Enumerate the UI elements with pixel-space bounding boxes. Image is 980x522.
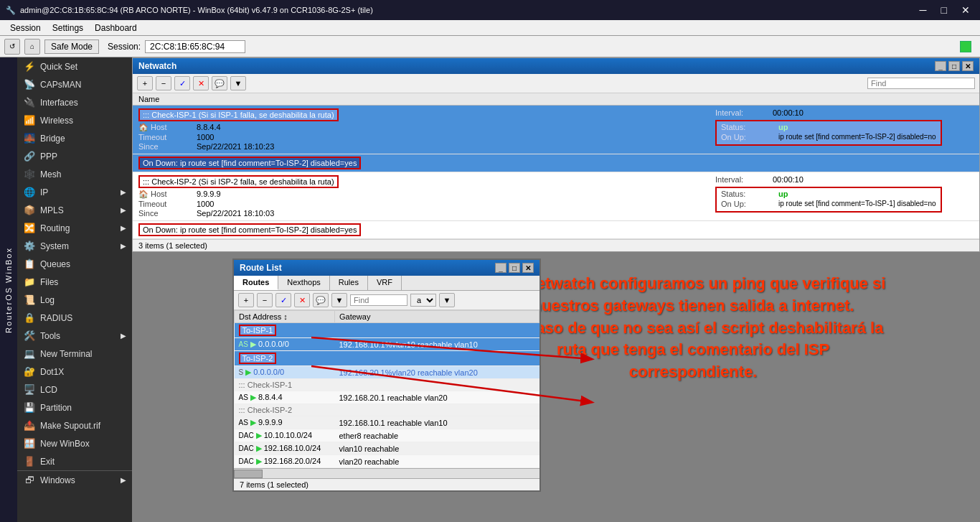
tab-routes[interactable]: Routes (234, 276, 278, 290)
sidebar-item-log[interactable]: 📜 Log (17, 291, 132, 309)
sidebar-item-mesh[interactable]: 🕸️ Mesh (17, 165, 132, 183)
newwinbox-icon: 🪟 (23, 438, 36, 449)
sidebar-item-routing[interactable]: 🔀 Routing ▶ (17, 219, 132, 237)
sidebar-item-radius[interactable]: 🔒 RADIUS (17, 309, 132, 327)
add-button[interactable]: + (137, 76, 153, 90)
entry1-right: Interval: 00:00:10 Status: up On Up: ip … (707, 106, 979, 154)
route-filter-button[interactable]: ▼ (331, 293, 347, 307)
disable-button[interactable]: ✕ (193, 76, 209, 90)
sidebar-item-queues[interactable]: 📋 Queues (17, 255, 132, 273)
route-hscroll[interactable] (234, 468, 540, 478)
tab-vrf[interactable]: VRF (368, 276, 402, 290)
sidebar-item-interfaces[interactable]: 🔌 Interfaces (17, 93, 132, 111)
refresh-button[interactable]: ↺ (4, 39, 20, 55)
netwatch-find[interactable] (867, 78, 975, 89)
route-row-dac1[interactable]: DAC ▶ 10.10.10.0/24 ether8 reachable (235, 429, 540, 442)
sidebar-item-makesupout[interactable]: 📤 Make Supout.rif (17, 416, 132, 434)
route-row-isp2-data[interactable]: S ▶ 0.0.0.0/0 192.168.20.1%vlan20 reacha… (235, 366, 540, 379)
netwatch-title: Netwatch (138, 61, 176, 71)
maximize-button[interactable]: □ (937, 3, 951, 17)
entry2-interval-row: Interval: 00:00:10 (715, 175, 971, 184)
netwatch-status: 3 items (1 selected) (133, 239, 979, 251)
entry2-since-row: Since Sep/22/2021 18:10:03 (138, 209, 701, 218)
route-comment-button[interactable]: 💬 (313, 293, 329, 307)
sidebar-item-system[interactable]: ⚙️ System ▶ (17, 237, 132, 255)
sidebar-label-newwinbox: New WinBox (40, 439, 90, 449)
route-row-isp1[interactable]: To-ISP-1 (235, 323, 540, 338)
sidebar-label-files: Files (40, 277, 58, 287)
menu-settings[interactable]: Settings (47, 22, 89, 34)
tab-nexthops[interactable]: Nexthops (278, 276, 329, 290)
sidebar-item-tools[interactable]: 🛠️ Tools ▶ (17, 327, 132, 345)
window-title: admin@2C:C8:1B:65:8C:94 (RB ARCO NORTE) … (20, 6, 373, 14)
sidebar-item-mpls[interactable]: 📦 MPLS ▶ (17, 201, 132, 219)
sidebar-item-partition[interactable]: 💾 Partition (17, 399, 132, 416)
route-row-check2-data[interactable]: AS ▶ 9.9.9.9 192.168.10.1 reachable vlan… (235, 416, 540, 429)
sidebar-item-exit[interactable]: 🚪 Exit (17, 452, 132, 470)
sidebar-item-ppp[interactable]: 🔗 PPP (17, 147, 132, 165)
routelist-maximize[interactable]: □ (509, 263, 520, 273)
session-label: Session: (108, 42, 141, 52)
entry2-timeout-row: Timeout 1000 (138, 200, 701, 208)
filter-button[interactable]: ▼ (230, 76, 246, 90)
tools-arrow: ▶ (121, 332, 126, 340)
routelist-minimize[interactable]: _ (495, 263, 507, 273)
minimize-button[interactable]: ─ (915, 3, 931, 17)
route-dropdown-button[interactable]: ▼ (439, 293, 455, 307)
route-row-isp1-data[interactable]: AS ▶ 0.0.0.0/0 192.168.10.1%vlan10 reach… (235, 338, 540, 351)
enable-button[interactable]: ✓ (174, 76, 190, 90)
comment-button[interactable]: 💬 (212, 76, 227, 90)
routelist-close[interactable]: ✕ (522, 263, 534, 273)
sidebar-item-quickset[interactable]: ⚡ Quick Set (17, 57, 132, 75)
route-row-dac2[interactable]: DAC ▶ 192.168.10.0/24 vlan10 reachable (235, 442, 540, 455)
sidebar-item-newterminal[interactable]: 💻 New Terminal (17, 345, 132, 363)
route-row-isp2[interactable]: To-ISP-2 (235, 351, 540, 366)
close-button[interactable]: ✕ (957, 3, 974, 17)
netwatch-close[interactable]: ✕ (962, 61, 974, 71)
netwatch-maximize[interactable]: □ (948, 61, 960, 71)
route-remove-button[interactable]: − (257, 293, 273, 307)
sidebar-item-windows[interactable]: 🗗 Windows ▶ (17, 471, 132, 489)
route-enable-button[interactable]: ✓ (275, 293, 291, 307)
entry1-onup-val: ip route set [find comment=To-ISP-2] dis… (778, 133, 936, 141)
sidebar-item-dot1x[interactable]: 🔐 Dot1X (17, 363, 132, 381)
menu-session[interactable]: Session (4, 22, 47, 34)
sidebar-item-wireless[interactable]: 📶 Wireless (17, 111, 132, 129)
sidebar-label-bridge: Bridge (40, 134, 65, 144)
sidebar-item-capsman[interactable]: 📡 CAPsMAN (17, 75, 132, 93)
route-disable-button[interactable]: ✕ (294, 293, 310, 307)
sidebar-item-files[interactable]: 📁 Files (17, 273, 132, 291)
sidebar-item-lcd[interactable]: 🖥️ LCD (17, 381, 132, 399)
route-add-button[interactable]: + (238, 293, 254, 307)
entry2-onup-label: On Up: (721, 200, 778, 208)
tab-rules[interactable]: Rules (330, 276, 368, 290)
entry2-ondown-tag: On Down: ip route set [find comment=To-I… (138, 223, 361, 236)
routeros-watermark: RouterOS WinBox (0, 57, 17, 522)
route-row-check2-label: ::: Check-ISP-2 (235, 404, 540, 416)
netwatch-entry-2[interactable]: ::: Check-ISP-2 (Si si ISP-2 falla, se d… (133, 172, 979, 221)
route-hscroll-thumb[interactable] (234, 470, 263, 478)
remove-button[interactable]: − (156, 76, 171, 90)
sidebar-label-lcd: LCD (40, 385, 57, 395)
sidebar-item-bridge[interactable]: 🌉 Bridge (17, 129, 132, 147)
sidebar-item-ip[interactable]: 🌐 IP ▶ (17, 183, 132, 201)
netwatch-minimize[interactable]: _ (935, 61, 946, 71)
route-row-dac3[interactable]: DAC ▶ 192.168.20.0/24 vlan20 reachable (235, 455, 540, 468)
home-button[interactable]: ⌂ (24, 39, 40, 55)
route-check1-comment: ::: Check-ISP-1 (235, 379, 540, 391)
route-all-select[interactable]: all (410, 294, 436, 307)
entry1-interval-label: Interval: (715, 108, 773, 117)
entry2-interval-label: Interval: (715, 175, 773, 184)
gateway-col-header[interactable]: Gateway (335, 311, 540, 323)
safe-mode-button[interactable]: Safe Mode (44, 39, 99, 54)
route-row-check1-data[interactable]: AS ▶ 8.8.4.4 192.168.20.1 reachable vlan… (235, 391, 540, 404)
entry1-status-row: Status: up (721, 123, 936, 131)
entry1-host-val: 8.8.4.4 (197, 123, 701, 132)
sidebar-item-newwinbox[interactable]: 🪟 New WinBox (17, 434, 132, 452)
route-dac3-dst: DAC ▶ 192.168.20.0/24 (235, 455, 335, 468)
sidebar-label-newterminal: New Terminal (40, 349, 92, 359)
menu-dashboard[interactable]: Dashboard (89, 22, 143, 34)
dst-col-header[interactable]: Dst Address ↕ (235, 311, 335, 323)
route-find-input[interactable] (350, 294, 407, 306)
netwatch-entry-1[interactable]: ::: Check-ISP-1 (Si si ISP-1 falla, se d… (133, 106, 979, 154)
